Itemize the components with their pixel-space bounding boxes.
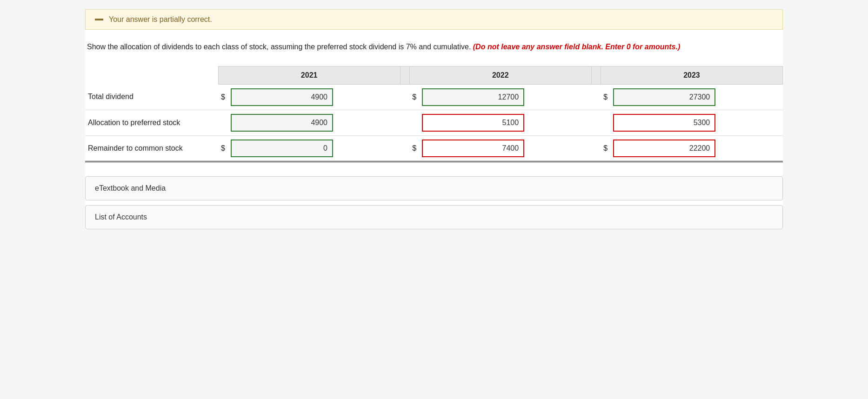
field-2021-2[interactable]: [231, 140, 333, 157]
instruction-text: Show the allocation of dividends to each…: [85, 41, 783, 53]
label-col-header: [85, 66, 218, 84]
row-label-0: Total dividend: [85, 84, 218, 110]
row-label-2: Remainder to common stock: [85, 135, 218, 161]
field-2022-1[interactable]: [422, 114, 524, 132]
dollar-2023-1: [601, 110, 610, 135]
field-2023-1[interactable]: [613, 114, 715, 132]
input-cell-2023-2: [610, 135, 782, 161]
dollar-2021-0: $: [218, 84, 228, 110]
input-cell-2023-0: [610, 84, 782, 110]
row-label-1: Allocation to preferred stock: [85, 110, 218, 135]
input-cell-2023-1: [610, 110, 782, 135]
partial-correct-banner: Your answer is partially correct.: [85, 9, 783, 30]
instruction-part1: Show the allocation of dividends to each…: [87, 43, 473, 51]
banner-text: Your answer is partially correct.: [109, 15, 212, 24]
input-cell-2022-1: [419, 110, 591, 135]
field-2021-0[interactable]: [231, 88, 333, 106]
field-2023-2[interactable]: [613, 140, 715, 157]
year-2023-header: 2023: [601, 66, 782, 84]
instruction-part2: (Do not leave any answer field blank. En…: [473, 43, 680, 51]
field-2022-2[interactable]: [422, 140, 524, 157]
input-cell-2021-1: [228, 110, 400, 135]
input-cell-2021-0: [228, 84, 400, 110]
input-cell-2021-2: [228, 135, 400, 161]
dollar-2022-2: $: [409, 135, 419, 161]
field-2022-0[interactable]: [422, 88, 524, 106]
field-2021-1[interactable]: [231, 114, 333, 132]
input-cell-2022-0: [419, 84, 591, 110]
allocation-table: 2021 2022 2023 Total dividend$$$Allocati…: [85, 66, 783, 162]
dollar-2023-0: $: [601, 84, 610, 110]
year-2021-header: 2021: [218, 66, 400, 84]
field-2023-0[interactable]: [613, 88, 715, 106]
input-cell-2022-2: [419, 135, 591, 161]
bottom-panel-1[interactable]: List of Accounts: [85, 205, 783, 229]
page-wrapper: Your answer is partially correct. Show t…: [85, 9, 783, 229]
dollar-2023-2: $: [601, 135, 610, 161]
dollar-2022-1: [409, 110, 419, 135]
year-2022-header: 2022: [409, 66, 591, 84]
dollar-2022-0: $: [409, 84, 419, 110]
dollar-2021-2: $: [218, 135, 228, 161]
dollar-2021-1: [218, 110, 228, 135]
minus-icon: [95, 19, 103, 20]
bottom-panel-0[interactable]: eTextbook and Media: [85, 176, 783, 200]
